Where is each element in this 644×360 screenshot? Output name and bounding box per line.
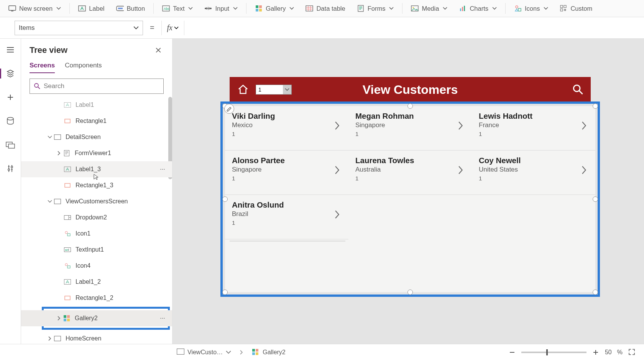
tree-search[interactable] (30, 79, 164, 94)
gallery-item[interactable]: Viki DarlingMexico1 (225, 106, 348, 151)
formula-input[interactable] (189, 21, 639, 35)
icons-button[interactable]: Icons (509, 2, 553, 15)
resize-handle[interactable] (407, 290, 413, 295)
gallery-item[interactable]: Alonso ParteeSingapore1 (225, 151, 348, 195)
more-button[interactable]: ··· (158, 313, 168, 323)
svg-rect-2 (11, 11, 13, 11)
tree-node-label1[interactable]: Label1 (21, 97, 172, 113)
gallery-item[interactable]: Megan RohmanSingapore1 (348, 106, 472, 151)
tree-node-rectangle1_2[interactable]: Rectangle1_2 (21, 290, 172, 306)
tree-node-formviewer1[interactable]: FormViewer1 (21, 145, 172, 161)
expand-icon[interactable] (56, 151, 62, 155)
chevron-right-icon[interactable] (333, 121, 342, 130)
zoom-slider[interactable] (521, 352, 586, 353)
input-button[interactable]: Input (200, 2, 242, 15)
gallery-item[interactable]: Anitra OslundBrazil1 (225, 195, 348, 239)
property-selector[interactable]: Items (15, 21, 143, 35)
resize-handle[interactable] (222, 290, 228, 295)
gallery-item[interactable]: Coy NewellUnited States1 (472, 151, 595, 195)
svg-point-21 (516, 6, 518, 8)
fit-to-window-button[interactable] (628, 348, 636, 357)
resize-handle[interactable] (593, 103, 598, 109)
svg-rect-54 (252, 349, 255, 352)
zoom-controls: 50 % (508, 348, 644, 357)
more-button[interactable]: ··· (158, 164, 168, 174)
tree-node-icon1[interactable]: Icon1 (21, 226, 172, 242)
expand-icon[interactable] (46, 135, 53, 139)
search-icon[interactable] (572, 84, 584, 95)
hamburger-button[interactable] (4, 43, 17, 56)
tab-screens[interactable]: Screens (30, 62, 55, 73)
charts-button[interactable]: Charts (454, 2, 501, 15)
forms-button[interactable]: Forms (352, 2, 399, 15)
resize-handle[interactable] (407, 103, 413, 109)
gallery-control[interactable]: Viki DarlingMexico1Megan RohmanSingapore… (225, 106, 595, 292)
expand-icon[interactable] (56, 316, 62, 321)
gallery-button[interactable]: Gallery (250, 2, 299, 15)
zoom-out-button[interactable] (508, 349, 516, 356)
tree-node-detailscreen[interactable]: DetailScreen (21, 129, 172, 145)
media-btn-label: Media (422, 5, 439, 12)
custom-button[interactable]: Custom (555, 2, 597, 15)
app-dropdown[interactable]: 1 (256, 85, 292, 95)
gallery-item[interactable]: Laurena TowlesAustralia1 (348, 151, 472, 195)
datatable-button[interactable]: Data table (301, 2, 350, 15)
chevron-right-icon[interactable] (580, 166, 588, 174)
breadcrumb-control[interactable]: Gallery2 (248, 347, 290, 358)
insert-rail-button[interactable] (4, 91, 17, 104)
label-button[interactable]: Label (74, 2, 109, 15)
text-btn-label: Text (173, 5, 184, 12)
data-rail-button[interactable] (4, 115, 17, 128)
tree-body[interactable]: Label1 Rectangle1 DetailScreen FormViewe… (21, 97, 172, 344)
tree-node-homescreen[interactable]: HomeScreen (21, 331, 172, 344)
fx-button[interactable]: fx (161, 21, 184, 35)
tree-node-rectangle1_3[interactable]: Rectangle1_3 (21, 177, 172, 193)
icons-icon (514, 5, 522, 12)
customer-name: Laurena Towles (355, 156, 465, 165)
tree-node-label1_2[interactable]: Label1_2 (21, 274, 172, 290)
chevron-right-icon[interactable] (333, 210, 342, 219)
button-button[interactable]: Button (112, 2, 150, 15)
tree-node-gallery2[interactable]: Gallery2 ··· (21, 310, 172, 326)
resize-handle[interactable] (222, 196, 228, 202)
tree-node-viewcustomersscreen[interactable]: ViewCustomersScreen (21, 193, 172, 209)
svg-rect-34 (64, 151, 69, 156)
tools-rail-button[interactable] (4, 162, 17, 175)
expand-icon[interactable] (46, 336, 53, 341)
new-screen-button[interactable]: New screen (4, 2, 66, 15)
tree-node-rectangle1[interactable]: Rectangle1 (21, 113, 172, 129)
home-icon[interactable] (237, 84, 249, 95)
label-icon (63, 165, 72, 173)
gallery-selection[interactable]: Viki DarlingMexico1Megan RohmanSingapore… (220, 101, 600, 297)
tree-node-textinput1[interactable]: ab TextInput1 (21, 242, 172, 258)
slider-thumb[interactable] (546, 349, 548, 355)
media-button[interactable]: Media (406, 2, 452, 15)
edit-template-badge[interactable] (224, 104, 234, 114)
canvas[interactable]: 1 View Customers Viki DarlingMexico1Mega… (172, 39, 644, 344)
customer-country: Brazil (232, 210, 342, 218)
tree-node-dropdown2[interactable]: Dropdown2 (21, 209, 172, 226)
zoom-value: 50 (605, 349, 612, 356)
breadcrumb-screen[interactable]: ViewCusto… (172, 347, 235, 358)
node-label: ViewCustomersScreen (66, 198, 128, 205)
gallery-item[interactable]: Lewis HadnottFrance1 (472, 106, 595, 151)
tree-node-label1_3[interactable]: Label1_3 ··· (21, 161, 172, 177)
chevron-right-icon[interactable] (457, 166, 465, 174)
tab-components[interactable]: Components (65, 62, 102, 73)
media-rail-button[interactable] (4, 138, 17, 151)
resize-handle[interactable] (593, 196, 598, 202)
chevron-down-icon (226, 350, 231, 355)
customer-number: 1 (232, 175, 342, 182)
expand-icon[interactable] (46, 199, 53, 204)
tree-search-input[interactable] (44, 82, 159, 90)
zoom-in-button[interactable] (592, 349, 600, 356)
treeview-rail-button[interactable] (4, 67, 17, 80)
resize-handle[interactable] (593, 290, 598, 295)
tree-node-icon4[interactable]: Icon4 (21, 258, 172, 274)
text-button[interactable]: Abc Text (158, 2, 197, 15)
chevron-down-icon (544, 6, 548, 11)
chevron-right-icon[interactable] (457, 121, 465, 130)
close-panel-button[interactable] (153, 45, 164, 56)
chevron-right-icon[interactable] (333, 166, 342, 174)
chevron-right-icon[interactable] (580, 121, 588, 130)
